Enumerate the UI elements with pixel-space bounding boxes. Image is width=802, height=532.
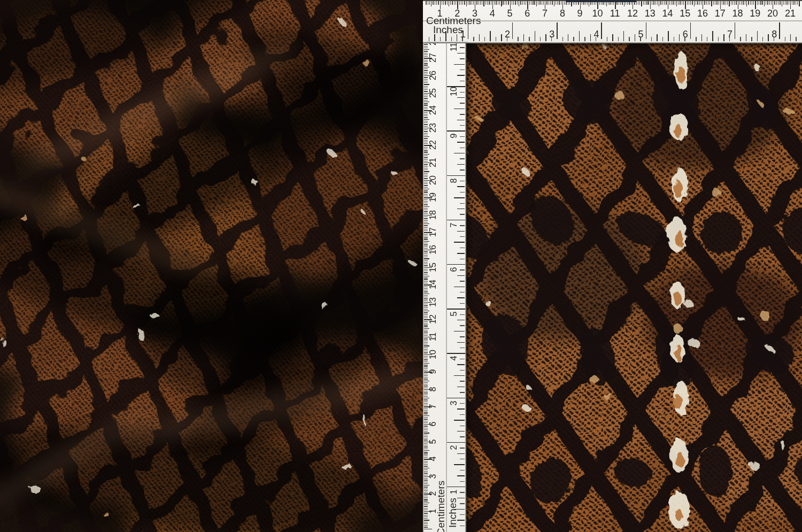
cm-tick (424, 220, 428, 221)
cm-tick (424, 330, 428, 330)
cm-tick (732, 1, 733, 5)
cm-tick (424, 82, 428, 83)
cm-tick (424, 431, 428, 431)
inch-number: 11 (450, 43, 458, 51)
cm-tick (424, 361, 428, 362)
inch-tick (460, 503, 465, 504)
cm-tick (715, 1, 715, 5)
cm-tick (546, 1, 547, 5)
inch-tick (447, 442, 466, 443)
inch-tick (751, 37, 752, 42)
cm-tick (456, 1, 456, 5)
cm-tick (438, 1, 438, 5)
print-blotch (674, 124, 681, 137)
inch-tick (457, 520, 465, 520)
cm-tick (424, 48, 428, 48)
cm-tick (689, 1, 689, 5)
cm-tick (692, 1, 692, 5)
cm-number: 2 (449, 9, 466, 18)
cm-tick (424, 262, 428, 263)
cm-tick (424, 457, 428, 458)
cm-tick (696, 1, 696, 5)
cm-tick (424, 359, 428, 360)
cm-tick (539, 1, 540, 5)
cm-tick (726, 1, 726, 5)
inch-number: 8 (763, 29, 777, 39)
cm-number: 1 (429, 509, 437, 514)
cm-tick (424, 239, 428, 240)
cm-tick (424, 492, 428, 492)
inch-tick (454, 242, 465, 242)
cm-tick (442, 1, 442, 5)
cm-tick (424, 225, 428, 226)
vertical-ruler: Centimeters Inches 123456789101112131415… (423, 43, 466, 532)
cm-tick (424, 417, 428, 418)
cm-tick (753, 1, 754, 5)
inch-tick (460, 281, 465, 281)
cm-tick (424, 290, 428, 290)
cm-tick (424, 403, 428, 404)
cm-tick (722, 1, 722, 5)
cm-tick (424, 527, 428, 527)
cm-tick (771, 1, 772, 5)
cm-tick (549, 1, 549, 5)
cm-tick (424, 79, 428, 80)
cm-tick (424, 218, 428, 219)
cm-tick (424, 237, 428, 238)
cm-tick (424, 408, 428, 409)
inch-tick (460, 203, 465, 204)
cm-tick (462, 1, 463, 5)
cm-tick (424, 68, 428, 69)
cm-tick (424, 490, 428, 491)
inch-tick (454, 375, 465, 376)
inch-number: 3 (450, 400, 458, 405)
inch-tick (457, 186, 465, 187)
cm-tick (424, 366, 428, 367)
cm-tick (424, 140, 428, 141)
cm-tick (517, 1, 518, 5)
cm-tick (559, 1, 559, 5)
cm-tick (429, 1, 430, 5)
inch-tick (457, 120, 465, 120)
cm-tick (723, 1, 724, 5)
cm-tick (424, 433, 429, 433)
cm-tick (690, 1, 691, 5)
cm-tick (424, 210, 428, 210)
cm-tick (424, 204, 428, 205)
inch-tick (460, 314, 465, 315)
cm-tick (424, 435, 428, 435)
inch-tick (457, 297, 465, 298)
inch-tick (473, 37, 474, 42)
cm-tick (552, 1, 552, 5)
cm-tick (666, 1, 666, 5)
cm-number: 20 (764, 9, 781, 18)
print-blotch (675, 344, 682, 361)
inch-number: 8 (450, 178, 458, 183)
cm-tick (424, 449, 428, 449)
inch-tick (457, 453, 465, 454)
cm-tick (424, 44, 428, 44)
cm-tick (424, 508, 428, 508)
cm-tick (716, 1, 717, 5)
cm-tick (424, 485, 429, 485)
cm-tick (424, 436, 428, 437)
cm-tick (424, 244, 428, 245)
cm-tick (424, 415, 429, 416)
inch-tick (460, 526, 465, 526)
inch-tick (460, 414, 465, 415)
inch-tick (460, 103, 465, 103)
cm-tick (424, 287, 428, 287)
cm-tick (424, 227, 428, 228)
cm-tick (424, 422, 428, 423)
inch-tick (460, 492, 465, 492)
cm-tick (424, 91, 428, 91)
cm-tick (424, 522, 428, 522)
inch-tick (460, 459, 465, 459)
cm-tick (424, 385, 428, 386)
inch-tick (568, 34, 568, 41)
cm-tick (424, 446, 428, 447)
cm-tick (424, 368, 428, 369)
cm-number: 28 (429, 43, 437, 45)
inch-tick (447, 175, 466, 176)
cm-number: 26 (429, 71, 437, 80)
